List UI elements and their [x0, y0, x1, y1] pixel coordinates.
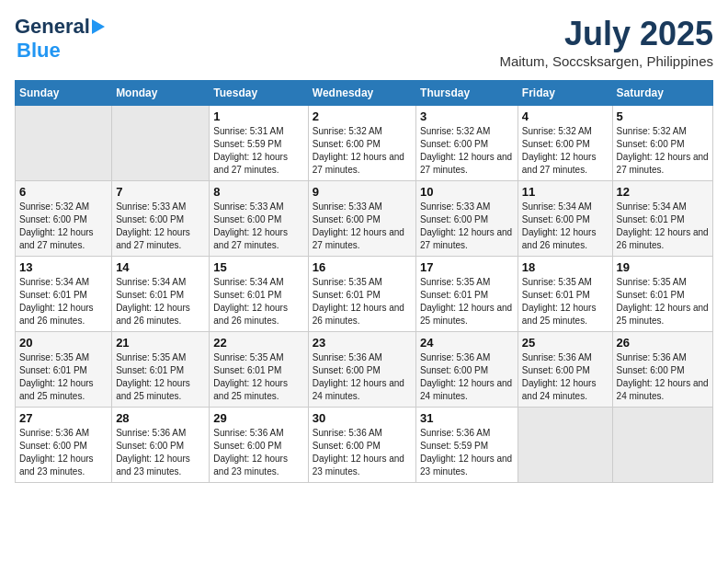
day-info: Sunrise: 5:32 AM Sunset: 6:00 PM Dayligh…: [617, 125, 709, 177]
day-info: Sunrise: 5:33 AM Sunset: 6:00 PM Dayligh…: [313, 201, 412, 252]
calendar-subtitle: Maitum, Soccsksargen, Philippines: [499, 53, 713, 69]
calendar-cell: 5Sunrise: 5:32 AM Sunset: 6:00 PM Daylig…: [612, 106, 712, 181]
day-number: 29: [213, 411, 303, 425]
day-number: 18: [522, 260, 609, 274]
calendar-cell: 31Sunrise: 5:36 AM Sunset: 5:59 PM Dayli…: [416, 408, 518, 483]
calendar-cell: 30Sunrise: 5:36 AM Sunset: 6:00 PM Dayli…: [308, 408, 415, 483]
day-info: Sunrise: 5:31 AM Sunset: 5:59 PM Dayligh…: [213, 125, 303, 177]
day-info: Sunrise: 5:35 AM Sunset: 6:01 PM Dayligh…: [313, 276, 412, 327]
calendar-cell: [16, 106, 112, 181]
day-number: 24: [420, 336, 514, 350]
calendar-cell: 1Sunrise: 5:31 AM Sunset: 5:59 PM Daylig…: [210, 106, 308, 181]
calendar-cell: 6Sunrise: 5:32 AM Sunset: 6:00 PM Daylig…: [16, 181, 112, 257]
calendar-cell: 26Sunrise: 5:36 AM Sunset: 6:00 PM Dayli…: [612, 332, 712, 408]
day-number: 19: [617, 260, 709, 274]
day-number: 17: [420, 260, 514, 274]
day-info: Sunrise: 5:36 AM Sunset: 6:00 PM Dayligh…: [313, 351, 412, 403]
weekday-header-monday: Monday: [112, 81, 210, 106]
day-number: 16: [313, 260, 412, 274]
weekday-header-row: SundayMondayTuesdayWednesdayThursdayFrid…: [16, 81, 713, 106]
calendar-cell: 13Sunrise: 5:34 AM Sunset: 6:01 PM Dayli…: [16, 257, 112, 332]
logo: General Blue: [15, 15, 105, 63]
weekday-header-friday: Friday: [518, 81, 612, 106]
calendar-week-row: 20Sunrise: 5:35 AM Sunset: 6:01 PM Dayli…: [16, 332, 713, 408]
day-info: Sunrise: 5:36 AM Sunset: 6:00 PM Dayligh…: [522, 351, 609, 403]
calendar-cell: 2Sunrise: 5:32 AM Sunset: 6:00 PM Daylig…: [308, 106, 415, 181]
day-number: 2: [313, 109, 412, 123]
calendar-cell: 24Sunrise: 5:36 AM Sunset: 6:00 PM Dayli…: [416, 332, 518, 408]
day-number: 27: [19, 411, 108, 425]
calendar-cell: [112, 106, 210, 181]
day-info: Sunrise: 5:36 AM Sunset: 6:00 PM Dayligh…: [19, 427, 108, 478]
day-info: Sunrise: 5:32 AM Sunset: 6:00 PM Dayligh…: [522, 125, 609, 177]
calendar-cell: 23Sunrise: 5:36 AM Sunset: 6:00 PM Dayli…: [308, 332, 415, 408]
day-info: Sunrise: 5:36 AM Sunset: 6:00 PM Dayligh…: [116, 427, 205, 478]
title-block: July 2025 Maitum, Soccsksargen, Philippi…: [499, 15, 713, 69]
calendar-cell: 22Sunrise: 5:35 AM Sunset: 6:01 PM Dayli…: [210, 332, 308, 408]
calendar-cell: 14Sunrise: 5:34 AM Sunset: 6:01 PM Dayli…: [112, 257, 210, 332]
page-header: General Blue July 2025 Maitum, Soccsksar…: [15, 15, 713, 69]
calendar-cell: 28Sunrise: 5:36 AM Sunset: 6:00 PM Dayli…: [112, 408, 210, 483]
calendar-cell: 20Sunrise: 5:35 AM Sunset: 6:01 PM Dayli…: [16, 332, 112, 408]
day-number: 28: [116, 411, 205, 425]
calendar-week-row: 13Sunrise: 5:34 AM Sunset: 6:01 PM Dayli…: [16, 257, 713, 332]
day-info: Sunrise: 5:34 AM Sunset: 6:00 PM Dayligh…: [522, 201, 609, 252]
day-info: Sunrise: 5:32 AM Sunset: 6:00 PM Dayligh…: [420, 125, 514, 177]
calendar-cell: 27Sunrise: 5:36 AM Sunset: 6:00 PM Dayli…: [16, 408, 112, 483]
logo-blue: Blue: [17, 39, 61, 63]
weekday-header-saturday: Saturday: [612, 81, 712, 106]
day-number: 1: [213, 109, 303, 123]
day-info: Sunrise: 5:33 AM Sunset: 6:00 PM Dayligh…: [213, 201, 303, 252]
day-info: Sunrise: 5:32 AM Sunset: 6:00 PM Dayligh…: [19, 201, 108, 252]
calendar-cell: 9Sunrise: 5:33 AM Sunset: 6:00 PM Daylig…: [308, 181, 415, 257]
calendar-week-row: 1Sunrise: 5:31 AM Sunset: 5:59 PM Daylig…: [16, 106, 713, 181]
day-info: Sunrise: 5:33 AM Sunset: 6:00 PM Dayligh…: [420, 201, 514, 252]
calendar-cell: 3Sunrise: 5:32 AM Sunset: 6:00 PM Daylig…: [416, 106, 518, 181]
day-info: Sunrise: 5:35 AM Sunset: 6:01 PM Dayligh…: [116, 351, 205, 403]
calendar-cell: 15Sunrise: 5:34 AM Sunset: 6:01 PM Dayli…: [210, 257, 308, 332]
day-number: 26: [617, 336, 709, 350]
calendar-week-row: 27Sunrise: 5:36 AM Sunset: 6:00 PM Dayli…: [16, 408, 713, 483]
day-info: Sunrise: 5:36 AM Sunset: 6:00 PM Dayligh…: [617, 351, 709, 403]
calendar-cell: 17Sunrise: 5:35 AM Sunset: 6:01 PM Dayli…: [416, 257, 518, 332]
day-number: 22: [213, 336, 303, 350]
calendar-title: July 2025: [499, 15, 713, 53]
day-number: 8: [213, 185, 303, 199]
day-number: 25: [522, 336, 609, 350]
day-info: Sunrise: 5:32 AM Sunset: 6:00 PM Dayligh…: [313, 125, 412, 177]
calendar-cell: 21Sunrise: 5:35 AM Sunset: 6:01 PM Dayli…: [112, 332, 210, 408]
day-info: Sunrise: 5:35 AM Sunset: 6:01 PM Dayligh…: [420, 276, 514, 327]
day-info: Sunrise: 5:35 AM Sunset: 6:01 PM Dayligh…: [19, 351, 108, 403]
calendar-cell: 16Sunrise: 5:35 AM Sunset: 6:01 PM Dayli…: [308, 257, 415, 332]
day-info: Sunrise: 5:35 AM Sunset: 6:01 PM Dayligh…: [617, 276, 709, 327]
calendar-cell: 4Sunrise: 5:32 AM Sunset: 6:00 PM Daylig…: [518, 106, 612, 181]
calendar-table: SundayMondayTuesdayWednesdayThursdayFrid…: [15, 80, 713, 483]
calendar-cell: [518, 408, 612, 483]
day-info: Sunrise: 5:34 AM Sunset: 6:01 PM Dayligh…: [617, 201, 709, 252]
day-number: 6: [19, 185, 108, 199]
day-number: 13: [19, 260, 108, 274]
day-number: 12: [617, 185, 709, 199]
logo-general: General: [15, 15, 90, 39]
calendar-cell: 8Sunrise: 5:33 AM Sunset: 6:00 PM Daylig…: [210, 181, 308, 257]
day-number: 31: [420, 411, 514, 425]
day-number: 10: [420, 185, 514, 199]
calendar-cell: 18Sunrise: 5:35 AM Sunset: 6:01 PM Dayli…: [518, 257, 612, 332]
calendar-cell: 7Sunrise: 5:33 AM Sunset: 6:00 PM Daylig…: [112, 181, 210, 257]
day-info: Sunrise: 5:34 AM Sunset: 6:01 PM Dayligh…: [19, 276, 108, 327]
day-number: 20: [19, 336, 108, 350]
weekday-header-tuesday: Tuesday: [210, 81, 308, 106]
day-number: 23: [313, 336, 412, 350]
calendar-cell: 19Sunrise: 5:35 AM Sunset: 6:01 PM Dayli…: [612, 257, 712, 332]
day-number: 9: [313, 185, 412, 199]
day-info: Sunrise: 5:36 AM Sunset: 6:00 PM Dayligh…: [313, 427, 412, 478]
calendar-cell: 25Sunrise: 5:36 AM Sunset: 6:00 PM Dayli…: [518, 332, 612, 408]
day-info: Sunrise: 5:34 AM Sunset: 6:01 PM Dayligh…: [213, 276, 303, 327]
logo-arrow-icon: [92, 19, 105, 34]
day-info: Sunrise: 5:35 AM Sunset: 6:01 PM Dayligh…: [522, 276, 609, 327]
calendar-cell: 12Sunrise: 5:34 AM Sunset: 6:01 PM Dayli…: [612, 181, 712, 257]
calendar-cell: 10Sunrise: 5:33 AM Sunset: 6:00 PM Dayli…: [416, 181, 518, 257]
day-info: Sunrise: 5:36 AM Sunset: 5:59 PM Dayligh…: [420, 427, 514, 478]
calendar-cell: 11Sunrise: 5:34 AM Sunset: 6:00 PM Dayli…: [518, 181, 612, 257]
weekday-header-wednesday: Wednesday: [308, 81, 415, 106]
